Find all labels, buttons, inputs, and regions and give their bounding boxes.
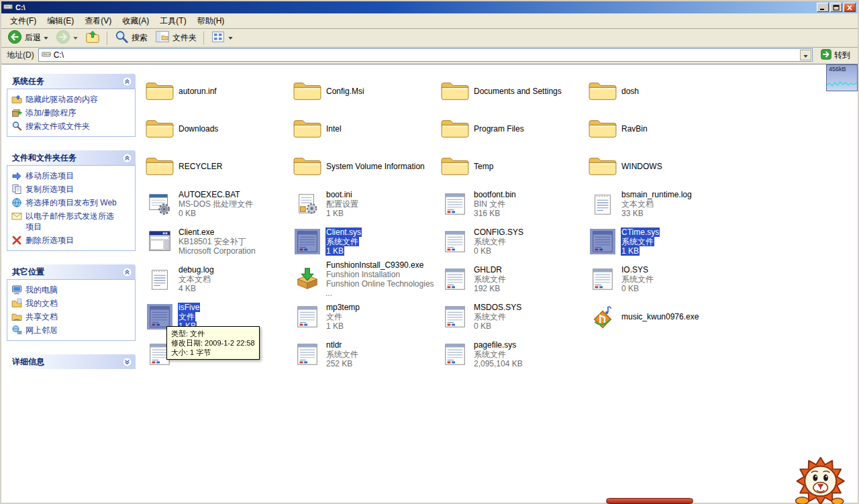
minimize-button[interactable] (817, 3, 829, 12)
forward-button[interactable] (52, 28, 81, 48)
task-link[interactable]: 复制所选项目 (10, 183, 132, 196)
task-panel-header[interactable]: 文件和文件夹任务 (7, 150, 136, 165)
task-panel-title: 其它位置 (12, 266, 44, 278)
task-link-label: 我的文档 (26, 298, 119, 309)
shared-documents-icon (11, 311, 22, 322)
file-name: dosh (621, 87, 640, 96)
folder-item[interactable]: Program Files (439, 110, 587, 148)
file-info: mp3temp文件1 KB (325, 303, 360, 331)
maximize-button[interactable] (830, 3, 842, 12)
file-item[interactable]: ntldr系统文件252 KB (291, 336, 439, 373)
menu-item[interactable]: 查看(V) (80, 14, 116, 28)
address-dropdown-button[interactable] (800, 50, 811, 60)
file-detail: 1 KB (621, 246, 660, 256)
folder-item[interactable]: System Volume Information (291, 148, 439, 185)
task-link[interactable]: 将选择的项目发布到 Web (10, 196, 132, 209)
task-link[interactable]: 搜索文件或文件夹 (10, 119, 132, 133)
toolbar-separator (203, 32, 204, 45)
folder-item[interactable]: RavBin (587, 110, 734, 148)
task-panel-title: 详细信息 (12, 356, 44, 368)
task-link[interactable]: 删除所选项目 (10, 234, 132, 247)
promo-banner[interactable] (606, 498, 693, 504)
file-info: boot.ini配置设置1 KB (325, 190, 359, 218)
task-link[interactable]: 网上邻居 (10, 323, 132, 337)
file-item[interactable]: music_kwun0976.exe (587, 298, 734, 336)
file-name: Config.Msi (325, 87, 365, 96)
folder-item[interactable]: Documents and Settings (439, 72, 587, 110)
file-item[interactable]: pagefile.sys系统文件2,095,104 KB (439, 336, 587, 373)
task-link[interactable]: 我的电脑 (10, 283, 132, 297)
go-label: 转到 (834, 50, 850, 61)
network-monitor-widget[interactable]: 456kB (826, 64, 858, 91)
file-item[interactable]: CTime.sys系统文件1 KB (587, 223, 734, 260)
file-item[interactable]: CONFIG.SYS系统文件0 KB (439, 223, 587, 260)
views-dropdown-icon[interactable] (228, 37, 233, 40)
file-item[interactable]: AUTOEXEC.BATMS-DOS 批处理文件0 KB (144, 185, 291, 223)
file-detail: 4 KB (178, 284, 215, 293)
task-link[interactable]: 添加/删除程序 (10, 106, 132, 119)
file-item[interactable]: Client.sys系统文件1 KB (291, 223, 439, 260)
hide-drive-icon (11, 94, 22, 105)
menu-item[interactable]: 帮助(H) (193, 14, 230, 28)
folder-item[interactable]: RECYCLER (144, 148, 291, 185)
file-name: autorun.inf (178, 87, 217, 96)
folder-item[interactable]: Intel (291, 110, 439, 148)
task-link[interactable]: 我的文档 (10, 297, 132, 310)
folder-item[interactable]: Config.Msi (291, 72, 439, 110)
task-panel-header[interactable]: 其它位置 (7, 264, 136, 279)
file-item[interactable]: FunshionInstall_C9390.exeFunshion Instal… (291, 260, 439, 298)
tooltip-type-line: 类型: 文件 (171, 329, 255, 338)
folder-item[interactable]: autorun.inf (144, 72, 291, 110)
folders-button[interactable]: 文件夹 (152, 28, 200, 48)
file-item[interactable]: IO.SYS系统文件0 KB (587, 260, 734, 298)
folder-icon (293, 77, 322, 106)
folder-item[interactable]: Downloads (144, 110, 291, 148)
file-detail: Funshion Installation (325, 270, 438, 279)
task-link[interactable]: 以电子邮件形式发送所选项目 (10, 209, 132, 234)
go-button[interactable]: 转到 (817, 49, 854, 62)
file-name: FunshionInstall_C9390.exe (325, 260, 438, 270)
file-info: AUTOEXEC.BATMS-DOS 批处理文件0 KB (178, 190, 254, 218)
chevron-up-icon[interactable] (122, 153, 132, 163)
file-item[interactable]: bsmain_runtime.log文本文档33 KB (587, 185, 734, 223)
chevron-up-icon[interactable] (122, 267, 132, 277)
back-button[interactable]: 后退 (4, 28, 52, 48)
file-info: WINDOWS (621, 162, 663, 171)
menu-item[interactable]: 编辑(E) (42, 14, 79, 28)
file-item[interactable]: boot.ini配置设置1 KB (291, 185, 439, 223)
file-item[interactable]: bootfont.binBIN 文件316 KB (439, 185, 587, 223)
forward-dropdown-icon[interactable] (73, 37, 78, 40)
task-panel: 其它位置我的电脑我的文档共享文档网上邻居 (7, 264, 136, 341)
back-dropdown-icon[interactable] (44, 37, 48, 40)
views-button[interactable] (207, 28, 236, 48)
file-item[interactable]: debug.log文本文档4 KB (144, 260, 291, 298)
file-info: Client.sys系统文件1 KB (325, 228, 362, 256)
task-panel-header[interactable]: 详细信息 (7, 354, 136, 369)
folder-item[interactable]: dosh (587, 72, 734, 110)
file-item[interactable]: GHLDR系统文件192 KB (439, 260, 587, 298)
task-link[interactable]: 移动所选项目 (10, 169, 132, 183)
file-item[interactable]: Client.exeKB18501 安全补丁Microsoft Corporat… (144, 223, 291, 260)
menu-item[interactable]: 收藏(A) (117, 14, 154, 28)
search-button[interactable]: 搜索 (111, 28, 151, 48)
chevron-up-icon[interactable] (122, 77, 132, 87)
file-item[interactable]: MSDOS.SYS系统文件0 KB (439, 298, 587, 336)
task-link[interactable]: 共享文档 (10, 310, 132, 323)
file-name: Documents and Settings (473, 87, 562, 96)
close-button[interactable] (844, 3, 856, 12)
file-info: FunshionInstall_C9390.exeFunshion Instal… (325, 260, 438, 298)
file-item[interactable]: mp3temp文件1 KB (291, 298, 439, 336)
music-app-icon (588, 302, 617, 332)
menu-item[interactable]: 文件(F) (5, 14, 41, 28)
up-button[interactable] (82, 28, 103, 48)
chevron-down-icon[interactable] (122, 357, 132, 367)
search-small-icon (11, 121, 22, 132)
address-input[interactable]: C:\ (38, 48, 813, 62)
folder-item[interactable]: Temp (439, 148, 587, 185)
task-panel: 详细信息 (7, 354, 136, 369)
menu-item[interactable]: 工具(T) (155, 14, 191, 28)
lion-mascot[interactable] (769, 450, 855, 504)
folder-item[interactable]: WINDOWS (587, 148, 734, 185)
task-link[interactable]: 隐藏此驱动器的内容 (10, 93, 132, 106)
task-panel-header[interactable]: 系统任务 (7, 74, 136, 89)
